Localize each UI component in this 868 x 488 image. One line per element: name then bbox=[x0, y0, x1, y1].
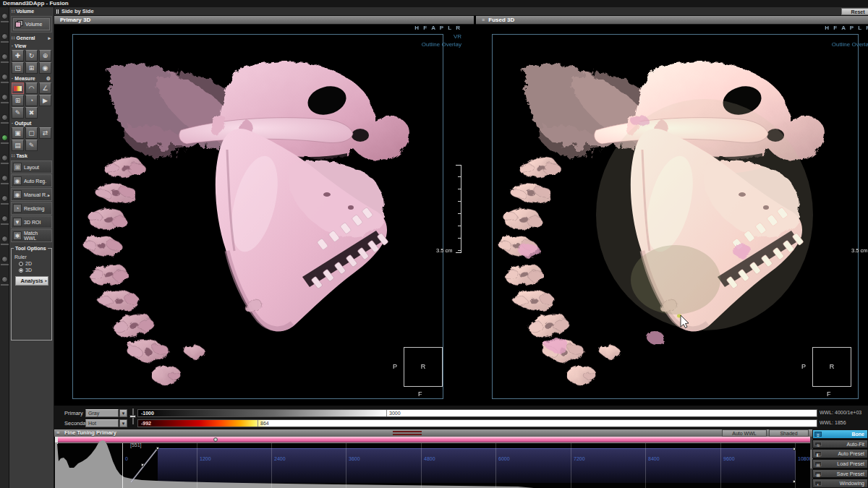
primary-colormap-dropdown-icon[interactable]: ▼ bbox=[119, 409, 127, 417]
ruler-2d-radio[interactable]: 2D bbox=[19, 261, 49, 266]
layout-icon: ⊞ bbox=[13, 163, 22, 171]
section-expand-icon[interactable]: ▸ bbox=[48, 35, 51, 41]
measure-settings-icon[interactable]: ⚙ bbox=[46, 76, 51, 82]
auto-wwl-button[interactable]: Auto WWL bbox=[722, 429, 767, 437]
volume-section-header: ∷Volume bbox=[9, 7, 54, 15]
layout-mode-bar: Side by Side Reset bbox=[54, 7, 868, 16]
task-layout-button[interactable]: ⊞ Layout bbox=[11, 160, 52, 174]
shaded-button[interactable]: Shaded bbox=[769, 429, 809, 437]
layout-view-button[interactable]: ⊞ bbox=[25, 62, 38, 74]
orientation-cube[interactable]: R bbox=[812, 347, 851, 387]
grid-measure-button[interactable]: ⊞ bbox=[12, 95, 24, 106]
ramp-top-handle[interactable] bbox=[156, 447, 159, 450]
delete-measure-button[interactable]: ✖ bbox=[25, 107, 38, 119]
reset-view-button[interactable]: ◉ bbox=[39, 62, 51, 74]
panel-drag-handle[interactable] bbox=[393, 431, 422, 435]
pencil-icon: ✎ bbox=[15, 109, 21, 116]
fine-tuning-title: Fine Tuning Primary bbox=[64, 429, 116, 436]
ruler-3d-radio[interactable]: 3D bbox=[19, 267, 49, 273]
gridline bbox=[346, 443, 346, 488]
task-match-wwl-button[interactable]: ✱ Match WWL bbox=[11, 229, 52, 242]
strip-tool-icon[interactable] bbox=[1, 175, 8, 181]
fused-viewport-header[interactable]: ≡ Fused 3D bbox=[476, 16, 868, 25]
save-preset-icon: ▦ bbox=[814, 471, 822, 476]
strip-tool-icon-active[interactable] bbox=[1, 134, 8, 141]
axis-tick: 4800 bbox=[424, 456, 435, 461]
copy-button[interactable]: ▢ bbox=[25, 127, 38, 139]
strip-tool-icon[interactable] bbox=[1, 114, 8, 121]
volume-button[interactable]: Volume bbox=[13, 18, 50, 30]
report-button[interactable]: ✎ bbox=[25, 140, 38, 151]
angle-measure-button[interactable]: ∠ bbox=[39, 82, 51, 94]
analysis-button[interactable]: Analysis ▸ bbox=[15, 276, 48, 286]
rotate-tool-button[interactable]: ↻ bbox=[25, 50, 38, 61]
primary-3d-viewport[interactable]: Primary 3D H F A P L R VR Outline Overla… bbox=[54, 16, 474, 405]
zoom-tool-button[interactable]: ⊕ bbox=[39, 50, 51, 61]
auto-reg-icon: ◉ bbox=[13, 176, 22, 185]
scale-label: 3.5 cm bbox=[436, 247, 453, 254]
task-manual-reg-button[interactable]: ◉ Manual R... ▸ bbox=[11, 188, 52, 201]
auto-preset-button[interactable]: ◧ Auto Preset bbox=[812, 449, 868, 458]
load-preset-icon: ▤ bbox=[814, 461, 822, 466]
secondary-max-marker[interactable] bbox=[258, 420, 258, 427]
fused-render-area[interactable]: H F A P L R Outline Overlay 3.5 cm R P F bbox=[476, 25, 868, 405]
strip-tool-icon[interactable] bbox=[1, 256, 8, 262]
ramp-mid-handle[interactable] bbox=[141, 463, 144, 466]
annotate-button[interactable]: ✎ bbox=[12, 107, 24, 119]
snapshot-button[interactable]: ▣ bbox=[12, 127, 24, 139]
analysis-arrow-icon: ▸ bbox=[45, 276, 47, 285]
wwl-tool-button[interactable] bbox=[12, 82, 24, 94]
task-3d-roi-button[interactable]: ▼ 3D ROI bbox=[11, 215, 52, 228]
windowing-icon: ◐ bbox=[814, 481, 822, 486]
transfer-ramp[interactable] bbox=[55, 437, 200, 488]
strip-tool-icon[interactable] bbox=[1, 195, 8, 202]
secondary-colormap-dropdown-icon[interactable]: ▼ bbox=[119, 419, 127, 427]
histogram-area[interactable]: 0 1200 2400 3600 4800 6000 7200 8400 960… bbox=[55, 437, 812, 488]
save-preset-button[interactable]: ▦ Save Preset bbox=[812, 469, 868, 479]
volume-outline-frame bbox=[492, 34, 859, 399]
strip-tool-icon[interactable] bbox=[1, 94, 8, 100]
windowing-button[interactable]: ◐ Windowing bbox=[812, 479, 868, 488]
slider-handle[interactable] bbox=[129, 415, 136, 418]
primary-viewport-header[interactable]: Primary 3D bbox=[54, 16, 474, 25]
strip-tool-icon[interactable] bbox=[1, 155, 8, 161]
primary-colormap-select[interactable]: Gray bbox=[85, 409, 119, 417]
secondary-gradient-bar[interactable]: -992 864 bbox=[137, 419, 817, 427]
pan-tool-button[interactable]: ✚ bbox=[12, 50, 24, 61]
orientation-cube[interactable]: R bbox=[404, 347, 443, 387]
secondary-colormap-select[interactable]: Hot bbox=[85, 419, 119, 427]
strip-tool-icon[interactable] bbox=[1, 236, 8, 242]
strip-tool-icon[interactable] bbox=[1, 53, 8, 60]
task-auto-reg-button[interactable]: ◉ Auto Reg. bbox=[11, 174, 52, 187]
section-grip-icon: ∷ bbox=[12, 9, 14, 14]
print-button[interactable]: ▤ bbox=[12, 140, 24, 151]
task-reslicing-button[interactable]: ◔ Reslicing bbox=[11, 202, 52, 215]
bone-preset-button[interactable]: ≡ Bone bbox=[812, 429, 868, 439]
strip-tool-icon[interactable] bbox=[1, 215, 8, 222]
probe-measure-button[interactable]: ▶ bbox=[39, 95, 51, 106]
strip-tool-icon[interactable] bbox=[1, 33, 8, 40]
roi-measure-button[interactable]: ◔ bbox=[25, 95, 38, 106]
primary-render-area[interactable]: H F A P L R VR Outline Overlay 3.5 cm R … bbox=[54, 25, 474, 405]
arc-measure-button[interactable]: ◠ bbox=[25, 82, 38, 94]
reset-button[interactable]: Reset bbox=[841, 8, 868, 15]
blend-slider[interactable] bbox=[129, 408, 136, 424]
primary-max-marker[interactable] bbox=[386, 410, 387, 416]
auto-fit-button[interactable]: ≋ Auto-Fit bbox=[812, 440, 868, 449]
box-corner-handle[interactable] bbox=[793, 480, 796, 483]
target-icon: ◉ bbox=[43, 64, 48, 72]
axis-tick: 7200 bbox=[574, 456, 585, 461]
task-section-header: ∷Task bbox=[9, 152, 54, 160]
strip-tool-icon[interactable] bbox=[1, 74, 8, 80]
axis-tick: 3600 bbox=[349, 456, 360, 461]
strip-tool-icon[interactable] bbox=[1, 13, 8, 20]
cube-bottom-label: F bbox=[827, 390, 831, 398]
general-section-header[interactable]: ∷General ▸ bbox=[9, 34, 54, 42]
fused-3d-viewport[interactable]: ≡ Fused 3D H F A P L R Outline Overlay 3… bbox=[476, 16, 868, 405]
strip-tool-icon[interactable] bbox=[1, 276, 8, 283]
load-preset-button[interactable]: ▤ Load Preset bbox=[812, 459, 868, 468]
box-corner-handle[interactable] bbox=[793, 448, 796, 450]
primary-gradient-bar[interactable]: -1000 3000 bbox=[137, 409, 817, 417]
orient-tool-button[interactable]: ◳ bbox=[12, 62, 24, 74]
export-button[interactable]: ⇄ bbox=[39, 127, 51, 139]
